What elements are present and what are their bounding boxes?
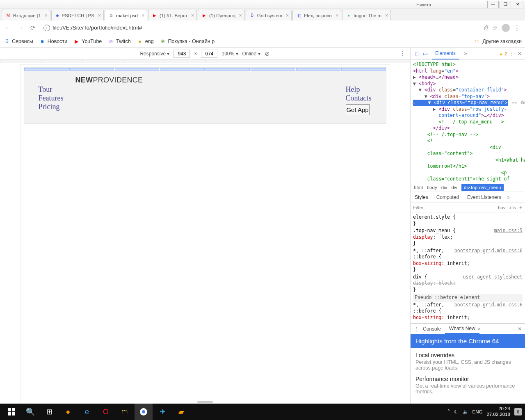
device-menu-icon[interactable]: ⋮ bbox=[399, 50, 406, 57]
rotate-icon[interactable]: ⊘ bbox=[265, 50, 270, 57]
warning-count[interactable]: 2 bbox=[499, 51, 507, 56]
night-light-icon[interactable]: ☾ bbox=[454, 409, 459, 415]
console-tab[interactable]: Console bbox=[419, 324, 445, 334]
volume-icon[interactable]: 🔈 bbox=[463, 409, 468, 415]
action-center-icon[interactable]: 6 bbox=[514, 408, 522, 415]
firefox-icon[interactable]: ● bbox=[59, 404, 77, 420]
inspect-icon[interactable]: ⬚ bbox=[413, 50, 421, 58]
styles-tab[interactable]: Styles bbox=[411, 192, 432, 202]
rendered-page[interactable]: NEWPROVIDENCE Tour Features Pricing Help… bbox=[21, 65, 390, 404]
tray-expand-icon[interactable]: ˄ bbox=[447, 409, 450, 415]
get-app-button[interactable]: Get App bbox=[346, 104, 370, 115]
devtools-tab-more[interactable]: » bbox=[459, 48, 470, 59]
devtools-tab-elements[interactable]: Elements bbox=[432, 48, 459, 59]
cls-toggle[interactable]: .cls bbox=[509, 205, 516, 210]
forward-button[interactable]: → bbox=[16, 23, 25, 33]
nav-link[interactable]: Help bbox=[346, 85, 360, 94]
nav-link[interactable]: Tour bbox=[39, 85, 64, 94]
breadcrumb-item[interactable]: div bbox=[451, 185, 457, 190]
network-select[interactable]: Online ▾ bbox=[242, 51, 260, 57]
new-style-rule-icon[interactable]: + bbox=[519, 204, 523, 211]
other-bookmarks-button[interactable]: Другие закладки bbox=[482, 39, 522, 44]
browser-tab[interactable]: ◆ PSDETCH | PS × bbox=[51, 10, 104, 21]
nav-link[interactable]: Pricing bbox=[39, 103, 64, 111]
bookmark-item[interactable]: ❀Покупка - Онлайн р bbox=[160, 38, 215, 45]
styles-rules[interactable]: element.style {} main.css:5.top-nav_menu… bbox=[411, 212, 525, 323]
drawer-menu-icon[interactable]: ⋮ bbox=[414, 326, 419, 332]
devtools-close-icon[interactable]: ✕ bbox=[518, 51, 522, 57]
height-input[interactable] bbox=[201, 50, 217, 58]
bookmark-star-icon[interactable]: ☆ bbox=[492, 24, 498, 32]
gmail-icon: M bbox=[5, 13, 11, 18]
zoom-select[interactable]: 100% ▾ bbox=[221, 51, 238, 57]
task-view-icon[interactable]: ⊞ bbox=[40, 404, 58, 420]
page-info-icon[interactable]: i bbox=[43, 25, 50, 31]
browser-menu-icon[interactable]: ⋮ bbox=[514, 24, 520, 32]
nav-link[interactable]: Features bbox=[39, 94, 64, 103]
close-icon[interactable]: × bbox=[191, 13, 194, 18]
whats-new-close-icon[interactable]: × bbox=[478, 326, 481, 332]
close-icon[interactable]: × bbox=[45, 13, 48, 18]
browser-tab[interactable]: ▶ (1) #1. Верст × bbox=[148, 10, 197, 21]
reload-button[interactable]: ⟳ bbox=[28, 23, 38, 33]
close-icon[interactable]: × bbox=[98, 13, 101, 18]
browser-tab[interactable]: ◧ Flex, выровн × bbox=[292, 10, 341, 21]
breadcrumb-item[interactable]: html bbox=[414, 185, 423, 190]
dom-breadcrumb[interactable]: html body div div div.top-nav_menu bbox=[411, 183, 525, 192]
breadcrumb-item[interactable]: div bbox=[441, 185, 447, 190]
profile-avatar-icon[interactable] bbox=[502, 24, 510, 32]
window-minimize-button[interactable]: — bbox=[487, 1, 499, 8]
whats-new-item-title[interactable]: Performance monitor bbox=[415, 376, 520, 382]
close-icon[interactable]: × bbox=[385, 13, 388, 18]
explorer-icon[interactable]: 🗀 bbox=[116, 404, 134, 420]
svg-rect-0 bbox=[8, 408, 11, 411]
whats-new-item-title[interactable]: Local overrides bbox=[415, 352, 520, 358]
breadcrumb-item-selected[interactable]: div.top-nav_menu bbox=[461, 184, 504, 191]
sublime-icon[interactable]: ▰ bbox=[172, 404, 190, 420]
apps-button[interactable]: ⠿Сервисы bbox=[3, 38, 33, 45]
whats-new-tab[interactable]: What's New bbox=[445, 324, 479, 334]
browser-tab-active[interactable]: 🗎 maket psd × bbox=[105, 10, 147, 21]
resize-handle[interactable] bbox=[197, 401, 213, 403]
window-close-button[interactable]: ✕ bbox=[512, 1, 523, 8]
device-mode-icon[interactable]: ▭ bbox=[421, 50, 429, 58]
address-bar[interactable]: i file:///E:/Site/To/portfolio/indext.ht… bbox=[40, 22, 482, 34]
bookmark-item[interactable]: ●eng bbox=[137, 38, 154, 45]
telegram-icon[interactable]: ✈ bbox=[153, 404, 171, 420]
bookmark-item[interactable]: ■Новости bbox=[39, 38, 67, 45]
chrome-icon[interactable] bbox=[135, 404, 153, 420]
nav-link[interactable]: Contacts bbox=[346, 94, 372, 103]
edge-icon[interactable]: e bbox=[78, 404, 96, 420]
window-maximize-button[interactable]: ❐ bbox=[500, 1, 511, 8]
close-icon[interactable]: × bbox=[239, 13, 242, 18]
event-listeners-tab[interactable]: Event Listeners bbox=[463, 192, 505, 202]
back-button[interactable]: ← bbox=[3, 23, 13, 33]
bookmark-item[interactable]: ⎚Twitch bbox=[107, 38, 130, 45]
hov-toggle[interactable]: :hov bbox=[497, 205, 506, 210]
start-button[interactable] bbox=[2, 404, 21, 420]
computed-tab[interactable]: Computed bbox=[432, 192, 463, 202]
styles-more-icon[interactable]: » bbox=[507, 194, 510, 200]
width-input[interactable] bbox=[173, 50, 190, 58]
search-icon[interactable]: 🔍 bbox=[21, 404, 39, 420]
browser-tab[interactable]: B Grid system × bbox=[246, 10, 292, 21]
styles-filter-input[interactable]: Filter bbox=[413, 205, 424, 210]
windows-taskbar: 🔍 ⊞ ● e O 🗀 ✈ ▰ ˄ ☾ 🔈 ENG 20:24 27.02.20… bbox=[0, 404, 525, 420]
browser-tab[interactable]: ▶ (1) Препроц × bbox=[198, 10, 245, 21]
close-icon[interactable]: × bbox=[142, 13, 144, 18]
language-indicator[interactable]: ENG bbox=[472, 409, 483, 414]
devtools-menu-icon[interactable]: ⋮ bbox=[509, 51, 514, 57]
opera-icon[interactable]: O bbox=[97, 404, 115, 420]
bookmark-item[interactable]: ▶YouTube bbox=[73, 38, 102, 45]
device-mode-select[interactable]: Responsive ▾ bbox=[140, 51, 169, 57]
close-icon[interactable]: × bbox=[336, 13, 338, 18]
drawer-close-icon[interactable]: ✕ bbox=[518, 326, 522, 332]
taskbar-clock[interactable]: 20:24 27.02.2018 bbox=[486, 406, 510, 418]
close-icon[interactable]: × bbox=[286, 13, 289, 18]
breadcrumb-item[interactable]: body bbox=[427, 185, 437, 190]
browser-tab[interactable]: ● Imgur: The m × bbox=[342, 10, 391, 21]
bookmark-label: Новости bbox=[48, 39, 67, 44]
browser-tab[interactable]: M Входящие (1 × bbox=[2, 10, 50, 21]
dom-tree[interactable]: <!DOCTYPE html> <html lang="en"> ▶ <head… bbox=[411, 60, 525, 183]
translate-icon[interactable]: ⎙ bbox=[484, 24, 488, 31]
